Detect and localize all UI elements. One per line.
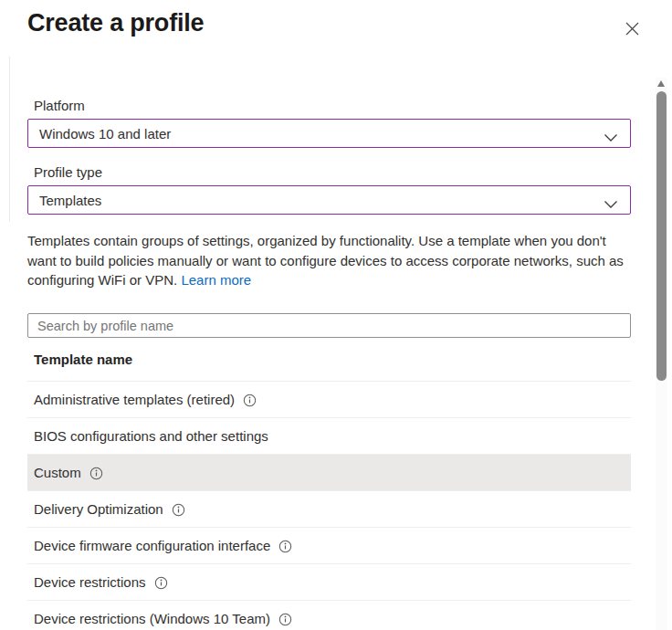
template-row[interactable]: Device firmware configuration interface xyxy=(27,528,631,564)
learn-more-link[interactable]: Learn more xyxy=(181,272,251,288)
template-row[interactable]: BIOS configurations and other settings xyxy=(27,418,631,455)
close-button[interactable] xyxy=(621,17,643,39)
template-row[interactable]: Device restrictions (Windows 10 Team) xyxy=(27,601,631,630)
search-input[interactable] xyxy=(27,313,631,338)
page-title: Create a profile xyxy=(27,9,204,37)
panel-edge-divider xyxy=(9,57,10,222)
platform-dropdown-value: Windows 10 and later xyxy=(39,126,171,142)
description-text: Templates contain groups of settings, or… xyxy=(27,233,624,288)
template-row-label: Custom xyxy=(34,465,81,480)
info-icon[interactable] xyxy=(243,394,257,407)
template-row[interactable]: Device restrictions xyxy=(27,564,631,601)
template-row[interactable]: Delivery Optimization xyxy=(27,491,631,528)
template-row-label: BIOS configurations and other settings xyxy=(34,428,268,444)
close-icon xyxy=(625,21,640,37)
template-row-label: Device firmware configuration interface xyxy=(34,538,270,553)
scrollbar-thumb[interactable] xyxy=(656,91,667,381)
chevron-down-icon xyxy=(604,196,618,212)
template-row-label: Device restrictions (Windows 10 Team) xyxy=(34,611,270,626)
platform-dropdown[interactable]: Windows 10 and later xyxy=(27,119,631,148)
scroll-up-arrow-icon[interactable] xyxy=(657,80,665,87)
template-row[interactable]: Custom xyxy=(27,455,631,491)
template-row-label: Device restrictions xyxy=(34,574,146,590)
chevron-down-icon xyxy=(604,130,618,145)
template-row[interactable]: Administrative templates (retired) xyxy=(27,382,631,418)
info-icon[interactable] xyxy=(278,613,292,626)
info-icon[interactable] xyxy=(154,576,168,590)
scrollbar-track[interactable] xyxy=(656,78,667,630)
profile-type-dropdown-value: Templates xyxy=(39,193,101,208)
create-profile-panel: Create a profile Platform Windows 10 and… xyxy=(0,0,672,630)
info-icon[interactable] xyxy=(89,467,103,480)
template-row-label: Delivery Optimization xyxy=(34,501,163,517)
profile-type-dropdown[interactable]: Templates xyxy=(27,185,631,215)
info-icon[interactable] xyxy=(278,540,292,553)
template-list: Administrative templates (retired)BIOS c… xyxy=(27,381,631,630)
templates-description: Templates contain groups of settings, or… xyxy=(27,231,628,290)
table-header-template-name: Template name xyxy=(34,352,132,367)
info-icon[interactable] xyxy=(172,503,185,517)
template-row-label: Administrative templates (retired) xyxy=(34,392,235,407)
platform-label: Platform xyxy=(34,98,85,113)
profile-type-label: Profile type xyxy=(34,164,102,180)
